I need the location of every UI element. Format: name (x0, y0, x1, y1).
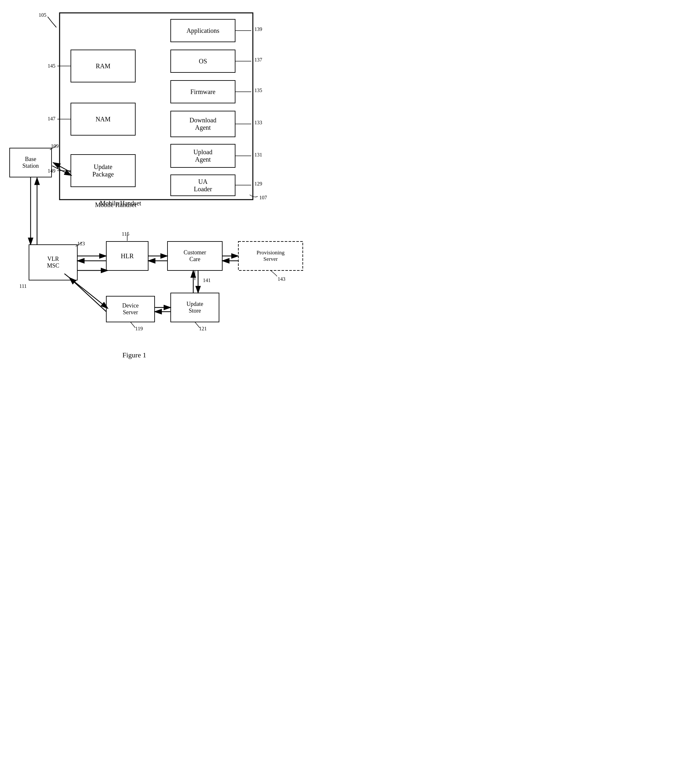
applications-label: Applications (171, 19, 235, 42)
ref-135: 135 (254, 87, 262, 93)
base-station-label: BaseStation (10, 148, 51, 177)
ref-107: 107 (259, 195, 267, 201)
provisioning-server-label: ProvisioningServer (238, 242, 303, 270)
ref-129: 129 (254, 181, 262, 187)
hlr-label: HLR (106, 242, 148, 270)
nam-label: NAM (71, 103, 135, 135)
update-store-label: UpdateStore (171, 293, 219, 322)
ref-137: 137 (254, 57, 262, 63)
svg-line-32 (69, 278, 106, 312)
ref-121: 121 (199, 326, 207, 332)
update-package-label: UpdatePackage (71, 155, 135, 187)
device-server-label: DeviceServer (106, 296, 155, 322)
os-label: OS (171, 50, 235, 72)
ref-109: 109 (51, 143, 59, 149)
ref-131: 131 (254, 152, 262, 158)
vlr-msc-label: VLRMSC (29, 245, 77, 280)
download-agent-label: DownloadAgent (171, 111, 235, 137)
ref-133: 133 (254, 120, 262, 125)
figure-caption: Figure 1 (122, 351, 146, 359)
ref-115: 115 (122, 231, 129, 237)
ref-111: 111 (19, 283, 27, 289)
ref-147: 147 (48, 116, 55, 122)
ref-105: 105 (39, 12, 46, 18)
ref-143: 143 (278, 276, 285, 282)
ref-139: 139 (254, 26, 262, 32)
firmware-label: Firmware (171, 81, 235, 103)
ref-119: 119 (135, 326, 143, 332)
ref-113: 113 (77, 241, 85, 247)
ram-label: RAM (71, 50, 135, 82)
ref-141: 141 (203, 278, 211, 283)
upload-agent-label: UploadAgent (171, 144, 235, 168)
ua-loader-label: UALoader (171, 175, 235, 196)
ref-145: 145 (48, 63, 55, 69)
svg-line-15 (53, 163, 71, 172)
customer-care-label: CustomerCare (168, 242, 222, 270)
diagram-container: Mobile Handset (0, 0, 348, 392)
mobile-handset-label: Mobile Handset (95, 201, 136, 209)
